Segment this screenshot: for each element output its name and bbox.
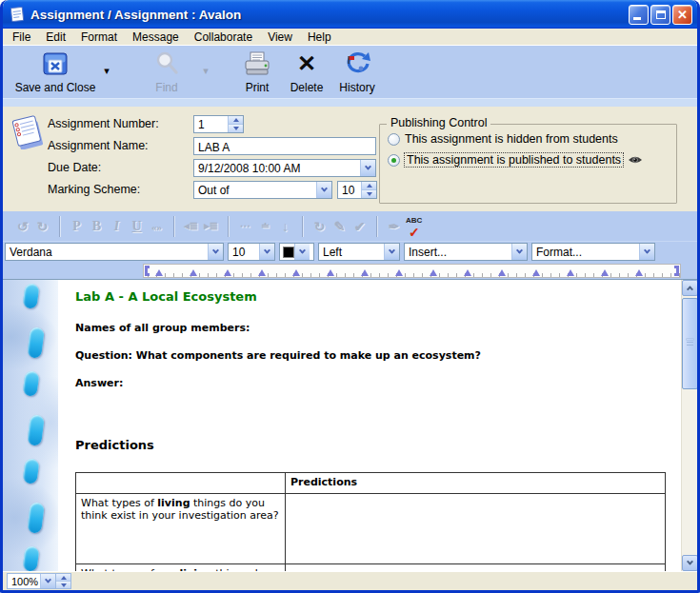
arrow-down-icon[interactable]: ↓ <box>275 219 295 234</box>
zoom-dropdown-arrow[interactable] <box>40 574 55 588</box>
italic-icon[interactable]: I <box>107 219 127 234</box>
ruler-left-margin-marker[interactable] <box>145 266 150 276</box>
ruler-tab-marker[interactable] <box>464 266 471 276</box>
format-arrow[interactable] <box>639 244 654 260</box>
living-answer-cell[interactable] <box>286 494 666 564</box>
pencil-icon[interactable]: ✎ <box>330 219 350 234</box>
ruler-tab-marker[interactable] <box>327 266 334 276</box>
scrollbar-thumb[interactable] <box>682 298 697 389</box>
menu-format[interactable]: Format <box>73 30 125 45</box>
font-family-arrow[interactable] <box>208 244 223 260</box>
font-color-dropdown[interactable] <box>279 243 314 261</box>
delete-button[interactable]: ✕ Delete <box>283 49 330 94</box>
find-options-caret[interactable]: ▾ <box>197 65 214 77</box>
spellcheck-button[interactable]: ABC ✓ <box>404 215 427 238</box>
ruler-tab-marker[interactable] <box>155 266 163 276</box>
ruler-tab-marker[interactable] <box>430 266 437 276</box>
insert-arrow[interactable] <box>511 244 527 260</box>
minimize-button[interactable] <box>629 5 649 25</box>
menu-file[interactable]: File <box>5 30 38 45</box>
ruler-tab-marker[interactable] <box>292 266 300 276</box>
maximize-button[interactable] <box>650 5 670 25</box>
scroll-down-button[interactable] <box>682 555 697 571</box>
zoom-spin-up[interactable] <box>56 574 70 581</box>
hidden-radio-label[interactable]: This assignment is hidden from students <box>405 132 618 146</box>
save-and-close-button[interactable]: Save and Close <box>12 49 98 94</box>
ruler[interactable] <box>143 264 681 278</box>
table-header-predictions-cell[interactable]: Predictions <box>286 473 666 494</box>
paragraph-icon[interactable]: P <box>67 219 87 234</box>
alignment-dropdown[interactable]: Left <box>318 243 400 261</box>
ruler-tab-marker[interactable] <box>635 266 643 276</box>
undo-icon[interactable]: ↺ <box>12 219 32 234</box>
marking-points-spinner[interactable]: 10 <box>337 181 377 199</box>
print-icon <box>242 49 272 79</box>
points-spin-up[interactable] <box>362 182 376 189</box>
menu-edit[interactable]: Edit <box>38 30 73 45</box>
alignment-arrow[interactable] <box>384 244 399 260</box>
published-radio-label[interactable]: This assignment is published to students <box>405 153 623 167</box>
scroll-up-button[interactable] <box>682 280 697 296</box>
due-date-dropdown[interactable]: 9/12/2008 10:00 AM <box>193 159 376 177</box>
menu-collaborate[interactable]: Collaborate <box>187 30 260 45</box>
assignment-number-spinner[interactable]: 1 <box>193 115 244 133</box>
save-options-caret[interactable]: ▾ <box>98 65 115 77</box>
table-header-empty-cell[interactable] <box>76 473 286 494</box>
insert-dropdown[interactable]: Insert... <box>404 243 528 261</box>
marking-scheme-arrow[interactable] <box>316 182 331 198</box>
font-color-arrow[interactable] <box>294 244 310 260</box>
baseline-icon[interactable]: ≐ <box>255 220 275 232</box>
underline-icon[interactable]: U <box>127 219 147 234</box>
ruler-tab-marker[interactable] <box>190 266 197 276</box>
find-label: Find <box>155 81 177 94</box>
due-date-arrow[interactable] <box>360 160 375 176</box>
points-spin-down[interactable] <box>362 189 376 198</box>
accept-edit-icon[interactable]: ✔ <box>350 219 370 234</box>
zoom-control[interactable]: 100% <box>7 573 71 589</box>
menu-message[interactable]: Message <box>125 30 187 45</box>
number-spin-down[interactable] <box>229 124 243 132</box>
ruler-tab-marker[interactable] <box>532 266 540 276</box>
font-size-arrow[interactable] <box>259 244 274 260</box>
quotes-icon[interactable]: «» <box>147 221 167 232</box>
ruler-right-margin-marker[interactable] <box>674 266 679 276</box>
font-family-dropdown[interactable]: Verdana <box>5 243 224 261</box>
document-editor[interactable]: Lab A - A Local Ecosystem Names of all g… <box>3 279 697 571</box>
toolbar-separator <box>173 216 174 237</box>
print-button[interactable]: Print <box>235 49 279 94</box>
menu-help[interactable]: Help <box>300 30 339 45</box>
ruler-tab-marker[interactable] <box>361 266 369 276</box>
numbered-list-icon[interactable]: ◂≣ <box>181 220 201 232</box>
redo-icon[interactable]: ↻ <box>32 219 52 234</box>
ruler-tab-marker[interactable] <box>258 266 266 276</box>
hidden-radio[interactable] <box>388 133 400 146</box>
find-button[interactable]: Find <box>136 49 197 94</box>
nonliving-answer-cell[interactable] <box>286 564 666 572</box>
close-button[interactable]: ✕ <box>672 5 692 25</box>
font-size-dropdown[interactable]: 10 <box>228 243 275 261</box>
assignment-name-input[interactable]: LAB A <box>193 137 376 155</box>
format-value: Format... <box>532 244 639 260</box>
ruler-tab-marker[interactable] <box>601 266 609 276</box>
living-question-cell[interactable]: What types of living things do you think… <box>76 494 286 564</box>
binder-ring <box>27 326 45 359</box>
menu-view[interactable]: View <box>260 30 300 45</box>
nonliving-question-cell[interactable]: What types of nonliving things do you th… <box>76 564 286 572</box>
ruler-tab-marker[interactable] <box>567 266 574 276</box>
zoom-spin-down[interactable] <box>56 581 70 588</box>
ruler-tab-marker[interactable] <box>498 266 506 276</box>
bulleted-list-icon[interactable]: ▸≣ <box>201 220 221 232</box>
published-radio[interactable] <box>388 154 400 167</box>
number-spin-up[interactable] <box>229 116 243 124</box>
history-button[interactable]: History <box>332 49 382 94</box>
ruler-tab-marker[interactable] <box>395 266 403 276</box>
refresh-icon[interactable]: ↻ <box>310 219 330 234</box>
tab-marks-icon[interactable]: ⋯ <box>235 220 255 232</box>
assignment-window: Assignment / Assignment : Avalon ✕ File … <box>0 0 700 593</box>
marking-scheme-dropdown[interactable]: Out of <box>193 181 332 199</box>
signature-icon[interactable]: ✒ <box>384 219 404 234</box>
ruler-tab-marker[interactable] <box>224 266 231 276</box>
bold-icon[interactable]: B <box>87 219 107 234</box>
vertical-scrollbar[interactable] <box>681 280 697 571</box>
format-dropdown[interactable]: Format... <box>531 243 655 261</box>
